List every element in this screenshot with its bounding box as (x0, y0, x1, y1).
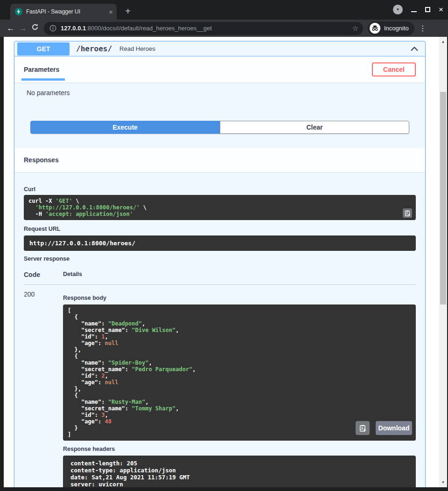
reload-icon[interactable] (29, 23, 41, 33)
code-line: server: uvicorn (70, 481, 408, 487)
incognito-badge: Incognito (368, 21, 414, 35)
code-line: -H 'accept: application/json' (28, 211, 399, 217)
code-column-header: Code (24, 271, 63, 278)
browser-chrome: FastAPI - Swagger UI × + ▼ × ← → 127.0.0… (0, 0, 448, 37)
code-line: [ (68, 307, 411, 314)
incognito-icon (370, 23, 380, 34)
curl-label: Curl (24, 186, 416, 193)
code-line: "secret_name": "Dive Wilson", (68, 327, 411, 333)
back-icon[interactable]: ← (5, 24, 17, 33)
code-line: { (68, 392, 411, 399)
browser-menu-icon[interactable]: ⋮ (419, 24, 427, 33)
responses-title: Responses (24, 156, 59, 164)
response-details: Response body [ { "name": "Deadpond", "s… (63, 285, 416, 487)
parameters-title: Parameters (24, 66, 59, 73)
code-line: "name": "Spider-Boy", (68, 360, 411, 366)
tab-strip: FastAPI - Swagger UI × + ▼ × (0, 0, 448, 20)
response-body-block: [ { "name": "Deadpond", "secret_name": "… (63, 304, 416, 441)
download-button[interactable]: Download (376, 421, 412, 435)
collapse-chevron-icon[interactable] (410, 47, 419, 51)
parameters-body: No parameters Execute Clear (14, 83, 425, 148)
incognito-label: Incognito (384, 25, 409, 32)
table-header-row: Code Details (24, 271, 416, 285)
server-response-label: Server response (24, 256, 416, 262)
opblock-get-heroes: GET /heroes/ Read Heroes Parameters Canc… (14, 41, 426, 487)
endpoint-path: /heroes/ (76, 44, 112, 53)
tab-title: FastAPI - Swagger UI (26, 8, 106, 15)
opblock-summary[interactable]: GET /heroes/ Read Heroes (14, 41, 425, 56)
minimize-button[interactable] (411, 11, 417, 12)
code-line: "id": 1, (68, 333, 411, 340)
copy-response-button[interactable] (356, 421, 370, 435)
no-parameters-text: No parameters (14, 89, 425, 97)
responses-header: Responses (14, 148, 425, 172)
url-text[interactable]: 127.0.0.1:8000/docs#/default/read_heroes… (61, 25, 350, 32)
method-badge: GET (17, 42, 70, 55)
response-headers-block: content-length: 205content-type: applica… (63, 456, 416, 487)
code-line: "name": "Rusty-Man", (68, 399, 411, 405)
copy-curl-button[interactable] (403, 208, 412, 218)
close-window-button[interactable]: × (439, 6, 443, 14)
code-line: }, (68, 346, 411, 353)
request-url-label: Request URL (24, 226, 416, 232)
code-line: "age": null (68, 379, 411, 386)
response-headers-label: Response headers (63, 446, 416, 452)
code-line: content-length: 205 (70, 460, 408, 467)
site-info-icon[interactable] (49, 25, 56, 32)
bookmark-star-icon[interactable]: ☆ (352, 24, 358, 33)
cancel-button[interactable]: Cancel (372, 62, 416, 76)
code-line: "age": null (68, 340, 411, 346)
code-line: { (68, 353, 411, 360)
request-url-block: http://127.0.0.1:8000/heroes/ (24, 235, 416, 251)
browser-toolbar: ← → 127.0.0.1:8000/docs#/default/read_he… (0, 20, 448, 37)
code-line: "secret_name": "Pedro Parqueador", (68, 366, 411, 373)
status-code: 200 (24, 285, 63, 487)
server-response-table: Code Details 200 Response body [ { "name… (24, 271, 416, 487)
url-host: 127.0.0.1 (61, 25, 86, 32)
details-column-header: Details (63, 271, 82, 278)
execute-group: Execute Clear (30, 121, 409, 134)
tab-close-icon[interactable]: × (109, 8, 113, 15)
forward-icon[interactable]: → (17, 24, 29, 33)
endpoint-summary: Read Heroes (119, 45, 155, 52)
response-body-label: Response body (63, 285, 416, 301)
code-line: date: Sat,21 Aug 2021 11:57:19 GMT (70, 474, 408, 481)
tab-search-button[interactable]: ▼ (393, 5, 403, 14)
responses-body: Curl curl -X 'GET' \ 'http://127.0.0.1:8… (14, 186, 425, 487)
code-line: { (68, 314, 411, 320)
code-line: "name": "Deadpond", (68, 320, 411, 327)
code-line: }, (68, 386, 411, 392)
execute-button[interactable]: Execute (30, 121, 220, 134)
scrollbar-thumb[interactable] (440, 92, 446, 304)
code-line: "secret_name": "Tommy Sharp", (68, 405, 411, 412)
new-tab-button[interactable]: + (122, 6, 133, 17)
scroll-down-icon[interactable]: ▼ (439, 478, 447, 486)
window-controls: ▼ × (393, 5, 443, 14)
url-path: :8000/docs#/default/read_heroes_heroes__… (86, 25, 212, 32)
page-viewport: GET /heroes/ Read Heroes Parameters Canc… (4, 37, 439, 487)
page-scrollbar[interactable]: ▲ ▼ (439, 37, 447, 487)
code-line: "id": 2, (68, 373, 411, 379)
browser-tab[interactable]: FastAPI - Swagger UI × (10, 4, 117, 20)
fastapi-favicon-icon (15, 8, 22, 15)
response-body-code: [ { "name": "Deadpond", "secret_name": "… (68, 307, 411, 438)
response-body-actions: Download (356, 421, 412, 435)
clear-button[interactable]: Clear (220, 121, 409, 134)
curl-block: curl -X 'GET' \ 'http://127.0.0.1:8000/h… (24, 195, 416, 220)
active-tab-underline (21, 78, 65, 81)
code-line: curl -X 'GET' \ (28, 198, 399, 204)
code-line: "id": 3, (68, 412, 411, 418)
code-line: 'http://127.0.0.1:8000/heroes/' \ (28, 204, 399, 211)
parameters-header: Parameters Cancel (14, 56, 425, 83)
curl-code: curl -X 'GET' \ 'http://127.0.0.1:8000/h… (28, 198, 399, 217)
scroll-up-icon[interactable]: ▲ (439, 38, 447, 46)
address-bar[interactable]: 127.0.0.1:8000/docs#/default/read_heroes… (44, 22, 363, 35)
code-line: content-type: application/json (70, 467, 408, 474)
maximize-button[interactable] (425, 7, 430, 12)
response-row: 200 Response body [ { "name": "Deadpond"… (24, 285, 416, 487)
